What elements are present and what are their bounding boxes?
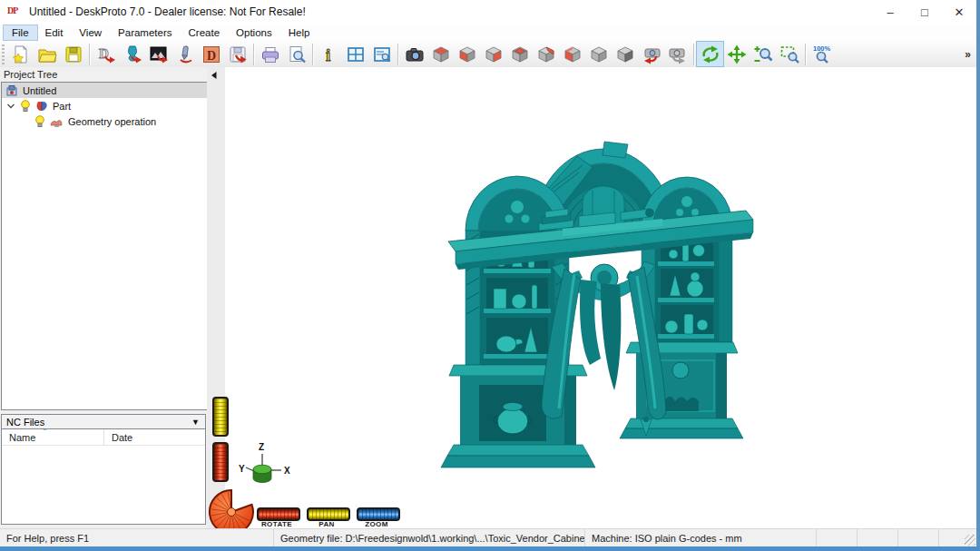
status-machine: Machine: ISO plain G-codes - mm: [585, 529, 817, 546]
toolbar-grip[interactable]: [2, 44, 5, 64]
status-machine-text: Machine: ISO plain G-codes - mm: [592, 533, 742, 544]
open-project-button[interactable]: [34, 42, 60, 66]
operation-icon: [50, 115, 64, 128]
deskproto-logo-icon: DP: [7, 5, 23, 19]
column-header-date[interactable]: Date: [104, 432, 132, 443]
tree-item-part[interactable]: Part: [2, 98, 207, 113]
view-front-button[interactable]: [454, 42, 480, 66]
import-part-button[interactable]: [119, 42, 145, 66]
menu-file[interactable]: File: [4, 25, 37, 40]
view-inside-button[interactable]: [506, 42, 533, 66]
deskproto-d-icon: D: [201, 44, 221, 64]
cube-dark-side-icon: [615, 44, 635, 64]
cube-gray-icon: [589, 44, 609, 64]
letter-d-import-icon: D: [96, 44, 116, 64]
write-nc-file-button[interactable]: [224, 42, 250, 66]
menu-edit[interactable]: Edit: [37, 25, 72, 40]
info-button[interactable]: i: [316, 42, 342, 66]
view-shaded-button[interactable]: [612, 42, 638, 66]
toolbar-overflow-chevron[interactable]: »: [965, 48, 971, 61]
collapse-panel-arrow-icon[interactable]: [210, 71, 219, 80]
new-project-button[interactable]: [7, 42, 34, 66]
window-controls: – □ ✕: [873, 0, 976, 24]
status-empty-pane: [858, 529, 898, 546]
previous-view-button[interactable]: [638, 42, 664, 66]
axis-x-label: X: [284, 466, 290, 476]
expand-chevron-icon[interactable]: [6, 102, 15, 111]
maximize-button[interactable]: □: [907, 0, 942, 24]
view-top-button[interactable]: [427, 42, 454, 66]
deskproto-wizard-button[interactable]: D: [198, 42, 224, 66]
rotate-view-button[interactable]: [697, 42, 723, 66]
save-nc-icon: [228, 44, 248, 64]
import-geometry-button[interactable]: D: [93, 42, 119, 66]
new-file-icon: [11, 44, 31, 64]
menu-parameters[interactable]: Parameters: [110, 25, 180, 40]
view-free-button[interactable]: [585, 42, 612, 66]
save-project-button[interactable]: [60, 42, 86, 66]
import-bitmap-button[interactable]: [145, 42, 172, 66]
toolbar-separator: [397, 44, 398, 65]
print-preview-icon: [287, 44, 307, 64]
rotate-slider[interactable]: [257, 507, 300, 521]
visibility-bulb-icon[interactable]: [20, 100, 31, 113]
nc-files-column-headers: Name ⌃ Date: [2, 429, 205, 446]
tree-item-label: Untitled: [23, 85, 56, 96]
rotate-view-icon: [701, 44, 720, 64]
menu-options[interactable]: Options: [228, 25, 280, 40]
toolbar-separator: [693, 44, 694, 65]
tree-item-label: Geometry operation: [68, 116, 156, 127]
close-button[interactable]: ✕: [942, 0, 976, 24]
sort-indicator-icon: ⌃: [42, 428, 48, 436]
zoom-window-button[interactable]: [776, 42, 802, 66]
pan-slider-label: PAN: [299, 520, 354, 528]
cube-left-red-icon: [563, 44, 583, 64]
window-overview-button[interactable]: [368, 42, 395, 66]
camera-icon: [405, 44, 425, 64]
pan-view-button[interactable]: [723, 42, 750, 66]
window-title: Untitled - DeskProto 7.0 - Dealer licens…: [29, 5, 306, 18]
toolbar-separator: [253, 44, 254, 65]
printer-icon: [260, 44, 280, 64]
zoom-window-icon: [779, 44, 799, 64]
pan-view-icon: [727, 44, 747, 64]
nc-files-list: Name ⌃ Date: [1, 428, 206, 525]
tree-item-untitled[interactable]: Untitled: [2, 83, 207, 98]
camera-forward-arrow-icon: [668, 44, 688, 64]
model-toxic-vendor-cabinet[interactable]: [426, 129, 771, 492]
cube-top-red-icon: [431, 44, 451, 64]
print-button[interactable]: [257, 42, 283, 66]
menu-help[interactable]: Help: [280, 25, 318, 40]
menu-view[interactable]: View: [71, 25, 110, 40]
status-empty-pane: [817, 529, 858, 546]
zoom-slider[interactable]: [357, 507, 400, 521]
info-icon: i: [319, 44, 339, 64]
next-view-button[interactable]: [664, 42, 691, 66]
view-left-button[interactable]: [559, 42, 585, 66]
visibility-bulb-icon[interactable]: [34, 115, 45, 128]
cube-inside-red-icon: [510, 44, 530, 64]
viewport-3d[interactable]: Z Y X ROTATE PAN ZOOM: [225, 67, 976, 529]
open-folder-icon: [37, 44, 57, 64]
snapshot-button[interactable]: [401, 42, 427, 66]
project-icon: [5, 84, 18, 97]
minimize-button[interactable]: –: [873, 0, 907, 24]
resize-grip[interactable]: [965, 535, 975, 546]
nc-files-dropdown[interactable]: NC Files ▼: [1, 414, 206, 429]
column-name-label: Name: [9, 432, 35, 443]
menu-create[interactable]: Create: [181, 25, 229, 40]
cube-side-red-icon: [484, 44, 504, 64]
view-corner-button[interactable]: [533, 42, 559, 66]
zoom-100-button[interactable]: 100%: [808, 42, 835, 66]
pan-vertical-slider[interactable]: [212, 397, 229, 437]
rotate-vertical-slider[interactable]: [212, 442, 229, 482]
print-preview-button[interactable]: [283, 42, 309, 66]
zoom-in-out-button[interactable]: [750, 42, 776, 66]
zoom-100-label: 100%: [813, 44, 831, 53]
column-header-name[interactable]: Name ⌃: [2, 429, 104, 445]
define-cutter-button[interactable]: [172, 42, 198, 66]
tree-item-geometry-operation[interactable]: Geometry operation: [2, 113, 207, 129]
view-side-button[interactable]: [480, 42, 506, 66]
pan-slider[interactable]: [307, 507, 350, 521]
split-window-button[interactable]: [342, 42, 368, 66]
